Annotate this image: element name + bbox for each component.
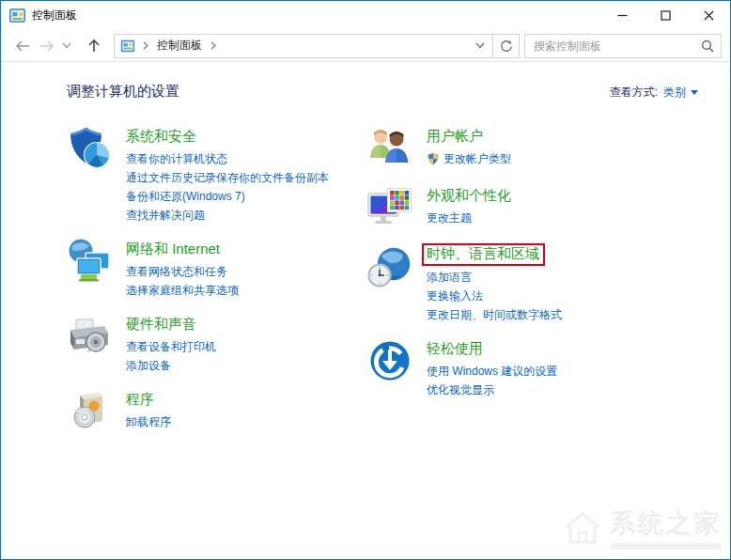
software-disc-icon[interactable] (67, 389, 112, 434)
category-links-network-internet: 查看网络状态和任务选择家庭组和共享选项 (126, 262, 239, 300)
address-bar[interactable]: 控制面板 (114, 34, 520, 58)
view-by-value: 类别 (663, 85, 686, 101)
category-hardware-sound-link-1[interactable]: 查看设备和打印机 (126, 337, 216, 356)
view-by-dropdown[interactable]: 类别 (663, 85, 698, 101)
category-programs: 程序卸载程序 (67, 389, 367, 434)
category-links-appearance-personalization: 更改主题 (427, 209, 511, 227)
highlight-red-box: 时钟、语言和区域 (422, 243, 545, 266)
category-body-programs: 程序卸载程序 (126, 389, 171, 434)
category-links-hardware-sound: 查看设备和打印机添加设备 (126, 337, 216, 375)
globe-clock-icon[interactable] (367, 244, 412, 289)
category-ease-of-access-link-2[interactable]: 优化视觉显示 (427, 381, 557, 399)
category-clock-language-region-link-2[interactable]: 更换输入法 (427, 287, 562, 305)
minimize-button[interactable] (600, 1, 644, 30)
category-system-security-link-4[interactable]: 查找并解决问题 (126, 206, 329, 225)
category-programs-link-1[interactable]: 卸载程序 (126, 412, 171, 431)
category-title-system-security[interactable]: 系统和安全 (126, 128, 196, 146)
search-box[interactable] (524, 34, 722, 58)
category-network-internet: 网络和 Internet查看网络状态和任务选择家庭组和共享选项 (67, 239, 367, 300)
category-hardware-sound: 硬件和声音查看设备和打印机添加设备 (67, 314, 367, 375)
category-title-appearance-personalization[interactable]: 外观和个性化 (427, 187, 511, 205)
category-body-hardware-sound: 硬件和声音查看设备和打印机添加设备 (126, 314, 216, 375)
refresh-icon[interactable] (492, 35, 519, 57)
window-controls (600, 1, 730, 30)
breadcrumb-item-control-panel[interactable]: 控制面板 (151, 38, 208, 54)
watermark-text: 系统之家 (610, 506, 723, 540)
forward-button[interactable] (35, 34, 59, 58)
watermark-url-strip (611, 543, 722, 550)
watermark-house-icon (561, 508, 604, 548)
dropdown-triangle-icon (691, 90, 698, 95)
breadcrumb-control-panel-icon[interactable] (120, 39, 135, 54)
category-hardware-sound-link-2[interactable]: 添加设备 (126, 356, 216, 375)
up-button[interactable] (82, 34, 106, 58)
view-by-label: 查看方式: (610, 85, 658, 101)
category-title-programs[interactable]: 程序 (126, 391, 154, 409)
category-network-internet-link-1[interactable]: 查看网络状态和任务 (126, 262, 239, 281)
category-links-programs: 卸载程序 (126, 412, 171, 431)
watermark: 系统之家 (561, 506, 723, 550)
globe-monitors-icon[interactable] (67, 239, 112, 284)
back-button[interactable] (10, 34, 35, 58)
shield-security-icon[interactable] (67, 126, 112, 171)
category-body-system-security: 系统和安全查看你的计算机状态通过文件历史记录保存你的文件备份副本备份和还原(Wi… (126, 126, 329, 225)
category-body-clock-language-region: 时钟、语言和区域添加语言更换输入法更改日期、时间或数字格式 (427, 244, 562, 324)
category-links-system-security: 查看你的计算机状态通过文件历史记录保存你的文件备份副本备份和还原(Windows… (126, 149, 329, 225)
uac-shield-icon (427, 152, 440, 165)
two-users-icon[interactable] (367, 126, 412, 171)
category-links-clock-language-region: 添加语言更换输入法更改日期、时间或数字格式 (427, 268, 562, 324)
category-body-network-internet: 网络和 Internet查看网络状态和任务选择家庭组和共享选项 (126, 239, 239, 300)
breadcrumb-chevron-icon[interactable] (140, 41, 151, 50)
category-network-internet-link-2[interactable]: 选择家庭组和共享选项 (126, 281, 239, 300)
view-by-control: 查看方式: 类别 (610, 85, 698, 101)
category-system-security-link-2[interactable]: 通过文件历史记录保存你的文件备份副本 (126, 168, 329, 187)
category-ease-of-access: 轻松使用使用 Windows 建议的设置优化视觉显示 (367, 338, 698, 399)
category-appearance-personalization: 外观和个性化更改主题 (367, 185, 698, 230)
control-panel-window: 控制面板 (0, 0, 731, 560)
ease-of-access-icon[interactable] (367, 338, 412, 383)
category-title-hardware-sound[interactable]: 硬件和声音 (126, 316, 196, 334)
address-dropdown-chevron-icon[interactable] (468, 35, 492, 57)
category-system-security: 系统和安全查看你的计算机状态通过文件历史记录保存你的文件备份副本备份和还原(Wi… (67, 126, 367, 225)
printer-speaker-icon[interactable] (67, 314, 112, 359)
content-area: 调整计算机的设置 查看方式: 类别 系统和安全查看你的计算机状态通过文件历史记录… (1, 62, 730, 559)
monitor-palette-icon[interactable] (367, 185, 412, 230)
control-panel-icon (9, 8, 25, 23)
search-input[interactable] (532, 39, 701, 54)
category-body-user-accounts: 用户帐户更改帐户类型 (427, 126, 511, 171)
category-links-user-accounts: 更改帐户类型 (427, 149, 511, 168)
category-clock-language-region-link-3[interactable]: 更改日期、时间或数字格式 (427, 305, 562, 324)
category-title-network-internet[interactable]: 网络和 Internet (126, 241, 220, 258)
category-body-appearance-personalization: 外观和个性化更改主题 (427, 185, 511, 230)
maximize-button[interactable] (644, 1, 687, 30)
category-appearance-personalization-link-1[interactable]: 更改主题 (427, 209, 511, 227)
search-icon[interactable] (701, 39, 714, 53)
category-title-ease-of-access[interactable]: 轻松使用 (427, 340, 483, 358)
category-clock-language-region-link-1[interactable]: 添加语言 (427, 268, 562, 287)
page-title: 调整计算机的设置 (67, 83, 179, 101)
left-column: 系统和安全查看你的计算机状态通过文件历史记录保存你的文件备份副本备份和还原(Wi… (67, 126, 367, 448)
close-button[interactable] (687, 1, 730, 30)
category-user-accounts: 用户帐户更改帐户类型 (367, 126, 698, 171)
category-system-security-link-3[interactable]: 备份和还原(Windows 7) (126, 187, 329, 206)
titlebar: 控制面板 (1, 1, 730, 30)
right-column: 用户帐户更改帐户类型外观和个性化更改主题时钟、语言和区域添加语言更换输入法更改日… (367, 126, 698, 448)
category-ease-of-access-link-1[interactable]: 使用 Windows 建议的设置 (427, 362, 557, 381)
breadcrumb-chevron-icon[interactable] (208, 41, 219, 50)
category-title-user-accounts[interactable]: 用户帐户 (427, 128, 483, 146)
category-system-security-link-1[interactable]: 查看你的计算机状态 (126, 149, 329, 168)
window-title: 控制面板 (32, 8, 77, 23)
content-header: 调整计算机的设置 查看方式: 类别 (67, 83, 698, 101)
category-columns: 系统和安全查看你的计算机状态通过文件历史记录保存你的文件备份副本备份和还原(Wi… (67, 126, 698, 448)
watermark-text-block: 系统之家 (610, 506, 723, 550)
recent-pages-chevron-icon[interactable] (59, 34, 74, 58)
category-clock-language-region: 时钟、语言和区域添加语言更换输入法更改日期、时间或数字格式 (367, 244, 698, 324)
category-links-ease-of-access: 使用 Windows 建议的设置优化视觉显示 (427, 362, 557, 399)
navigation-toolbar: 控制面板 (1, 30, 730, 62)
category-body-ease-of-access: 轻松使用使用 Windows 建议的设置优化视觉显示 (427, 338, 557, 399)
category-user-accounts-link-1[interactable]: 更改帐户类型 (427, 149, 511, 168)
category-title-clock-language-region[interactable]: 时钟、语言和区域 (427, 245, 539, 263)
